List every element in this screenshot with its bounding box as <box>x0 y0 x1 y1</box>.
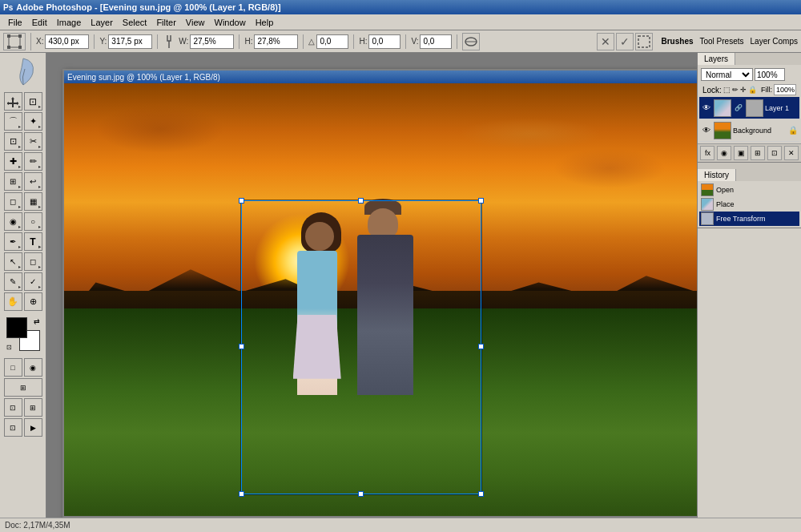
eraser-tool[interactable]: ◻▸ <box>4 192 22 211</box>
text-tool[interactable]: T▸ <box>24 232 42 251</box>
background-thumbnail <box>714 122 731 139</box>
tool-presets-tab[interactable]: Tool Presets <box>700 37 744 46</box>
bottom-btn-2[interactable]: ▶ <box>24 418 42 437</box>
y-input[interactable] <box>108 34 152 49</box>
notes-tool[interactable]: ✎▸ <box>4 272 22 291</box>
link-proportions-icon[interactable] <box>163 35 175 48</box>
ps-logo <box>3 56 43 88</box>
menu-image[interactable]: Image <box>52 17 87 28</box>
menu-file[interactable]: File <box>3 17 27 28</box>
layer1-thumbnail <box>714 99 731 117</box>
v-skew-input[interactable] <box>420 34 452 49</box>
brush-tool[interactable]: ✏▸ <box>24 152 42 171</box>
extras-row: ⊡ ⊞ <box>4 398 42 417</box>
layers-tab[interactable]: Layers <box>698 53 735 65</box>
h-skew-input[interactable] <box>368 34 400 49</box>
path-select-tool[interactable]: ↖▸ <box>4 252 22 271</box>
menu-layer[interactable]: Layer <box>86 17 118 28</box>
bottom-btn-1[interactable]: ⊡ <box>4 418 22 437</box>
canvas-window: Evening sun.jpg @ 100% (Layer 1, RGB/8) <box>62 69 697 518</box>
layer-item-background[interactable]: 👁 Background 🔒 <box>699 119 799 142</box>
blur-tool[interactable]: ◉▸ <box>4 212 22 231</box>
x-input[interactable] <box>45 34 89 49</box>
heal-tool[interactable]: ✚▸ <box>4 152 22 171</box>
tool-options-icon[interactable] <box>3 33 26 50</box>
brushes-tab[interactable]: Brushes <box>661 37 693 46</box>
svg-rect-8 <box>638 36 650 47</box>
pen-tool[interactable]: ✒▸ <box>4 232 22 251</box>
commit-transform-btn[interactable]: ✓ <box>616 33 634 50</box>
history-panel: History Open Place Free Transform <box>698 169 801 228</box>
mode-row: □ ◉ <box>4 358 42 377</box>
new-group-btn[interactable]: ⊞ <box>751 146 765 160</box>
stamp-tool[interactable]: ⊞▸ <box>4 172 22 191</box>
bottom-row: ⊡ ▶ <box>4 418 42 437</box>
layer-comps-tab[interactable]: Layer Comps <box>751 37 798 46</box>
zoom-tool[interactable]: ⊕ <box>24 292 42 311</box>
menubar: File Edit Image Layer Select Filter View… <box>0 14 801 30</box>
lock-transparent-icon[interactable]: ⬚ <box>723 86 731 94</box>
hand-tool[interactable]: ✋ <box>4 292 22 311</box>
foreground-color-swatch[interactable] <box>6 317 27 338</box>
cancel-transform-btn[interactable]: ✕ <box>597 33 614 50</box>
crop-tool[interactable]: ⊡▸ <box>4 132 22 151</box>
eyedropper-tool[interactable]: ✓▸ <box>24 272 42 291</box>
menu-window[interactable]: Window <box>210 17 251 28</box>
blend-mode-select[interactable]: Normal <box>701 68 753 81</box>
gradient-tool[interactable]: ▦▸ <box>24 192 42 211</box>
menu-edit[interactable]: Edit <box>27 17 52 28</box>
lock-position-icon[interactable]: ✛ <box>740 86 747 94</box>
add-mask-btn[interactable]: ◉ <box>717 146 731 160</box>
quick-mask-btn[interactable]: ◉ <box>24 358 42 377</box>
new-layer-btn[interactable]: ⊡ <box>767 146 782 160</box>
slice-tool[interactable]: ✂▸ <box>24 132 42 151</box>
magic-wand-tool[interactable]: ✦▸ <box>24 112 42 131</box>
menu-select[interactable]: Select <box>118 17 152 28</box>
angle-label: △ <box>308 37 315 46</box>
marquee-tool[interactable]: ⊡▸ <box>24 92 42 111</box>
angle-group: △ <box>308 34 354 49</box>
menu-filter[interactable]: Filter <box>151 17 180 28</box>
background-lock-icon: 🔒 <box>788 126 798 135</box>
menu-help[interactable]: Help <box>251 17 279 28</box>
w-input[interactable] <box>190 34 234 49</box>
opacity-field[interactable]: 100% <box>755 68 785 81</box>
extras-btn-1[interactable]: ⊡ <box>4 398 22 417</box>
background-visibility-icon[interactable]: 👁 <box>701 126 712 135</box>
lasso-tool[interactable]: ⌒▸ <box>4 112 22 131</box>
menu-view[interactable]: View <box>181 17 210 28</box>
x-label: X: <box>36 37 43 46</box>
lock-all-icon[interactable]: 🔒 <box>748 86 757 94</box>
angle-input[interactable] <box>316 34 348 49</box>
move-tool[interactable]: ▸ <box>4 92 22 111</box>
shape-tool[interactable]: ◻▸ <box>24 252 42 271</box>
lock-pixels-icon[interactable]: ✏ <box>732 86 739 94</box>
tool-preset-picker <box>3 33 31 50</box>
add-layer-style-btn[interactable]: fx <box>700 146 714 160</box>
standard-mode-btn[interactable]: □ <box>4 358 22 377</box>
new-fill-btn[interactable]: ▣ <box>734 146 748 160</box>
h-input[interactable] <box>254 34 298 49</box>
canvas-content[interactable] <box>64 83 697 516</box>
dodge-tool[interactable]: ○▸ <box>24 212 42 231</box>
delete-layer-btn[interactable]: ✕ <box>784 146 799 160</box>
free-transform-btn[interactable] <box>635 33 653 50</box>
fill-value[interactable]: 100% <box>774 84 796 95</box>
man-figure <box>353 163 425 395</box>
layer1-link-icon[interactable]: 🔗 <box>735 104 743 111</box>
warp-mode-btn[interactable] <box>462 33 480 50</box>
layer1-mask-thumbnail <box>746 99 763 117</box>
history-item-transform[interactable]: Free Transform <box>699 212 799 226</box>
extras-btn-2[interactable]: ⊞ <box>24 398 42 417</box>
history-item-open[interactable]: Open <box>699 183 799 197</box>
history-brush-tool[interactable]: ↩▸ <box>24 172 42 191</box>
layer1-visibility-icon[interactable]: 👁 <box>701 103 712 112</box>
reset-colors-icon[interactable]: ⊡ <box>6 344 12 351</box>
switch-colors-icon[interactable]: ⇄ <box>34 317 40 325</box>
history-item-place[interactable]: Place <box>699 197 799 212</box>
layer-item-layer1[interactable]: 👁 🔗 Layer 1 <box>699 97 799 119</box>
woman-skirt <box>293 315 341 379</box>
history-tab[interactable]: History <box>698 169 736 181</box>
screen-mode-btn[interactable]: ⊞ <box>4 378 42 397</box>
man-body <box>357 235 413 395</box>
